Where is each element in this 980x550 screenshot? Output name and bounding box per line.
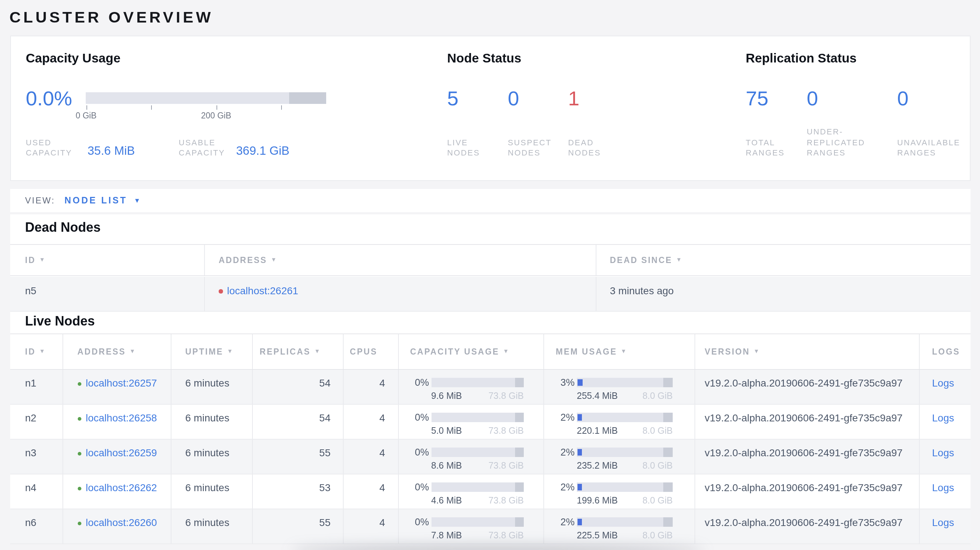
dead-since: 3 minutes ago [596, 277, 970, 311]
capacity-bar [86, 92, 326, 103]
capacity-usage-cell: 0% 4.6 MiB 73.8 GiB [398, 474, 543, 508]
node-cpus: 4 [343, 439, 398, 473]
suspect-nodes-count: 0 [508, 87, 519, 110]
capacity-total: 73.8 GiB [488, 495, 524, 506]
view-label: VIEW: [25, 196, 55, 206]
live-status-icon [77, 521, 81, 525]
column-header-dead-since[interactable]: DEAD SINCE▼ [596, 245, 970, 275]
view-selector[interactable]: NODE LIST [65, 196, 127, 206]
node-version: v19.2.0-alpha.20190606-2491-gfe735c9a97 [695, 404, 919, 439]
column-header-id[interactable]: ID▼ [10, 245, 204, 275]
mem-used: 225.5 MiB [577, 530, 618, 541]
node-cpus: 4 [343, 404, 398, 439]
axis-label-200: 200 GiB [187, 111, 245, 119]
node-address-cell: localhost:26262 [62, 474, 171, 508]
view-bar: VIEW: NODE LIST ▼ [10, 189, 970, 212]
node-uptime: 6 minutes [171, 369, 252, 404]
mem-percent: 2% [556, 447, 574, 458]
dead-nodes-heading: Dead Nodes [25, 220, 100, 235]
replication-status-title: Replication Status [746, 51, 971, 66]
capacity-usage-cell: 0% 7.8 MiB 73.8 GiB [398, 509, 543, 543]
capacity-used: 7.8 MiB [431, 530, 462, 541]
capacity-percent: 0% [410, 482, 429, 493]
used-capacity-label: USED CAPACITY [26, 137, 72, 158]
capacity-usage-title: Capacity Usage [26, 51, 433, 66]
column-header-mem-usage[interactable]: MEM USAGE▼ [543, 334, 695, 369]
below-fold-shadow [291, 546, 705, 550]
dead-nodes-count: 1 [568, 87, 579, 110]
usable-capacity-value: 369.1 GiB [236, 143, 290, 157]
logs-link[interactable]: Logs [932, 377, 954, 389]
under-replicated-label: UNDER- REPLICATED RANGES [807, 126, 865, 158]
capacity-percent: 0% [410, 447, 429, 458]
page-title: CLUSTER OVERVIEW [10, 9, 213, 27]
node-address-link[interactable]: localhost:26262 [86, 482, 157, 493]
column-header-capacity-usage[interactable]: CAPACITY USAGE▼ [398, 334, 543, 369]
usable-capacity-label: USABLE CAPACITY [179, 137, 225, 158]
axis-tick [151, 105, 152, 109]
live-nodes-header: ID▼ ADDRESS▼ UPTIME▼ REPLICAS▼ CPUS CAPA… [10, 333, 970, 369]
node-uptime: 6 minutes [171, 474, 252, 508]
column-header-address[interactable]: ADDRESS▼ [62, 334, 171, 369]
axis-tick [216, 105, 217, 109]
axis-tick [86, 105, 87, 109]
mem-usage-cell: 2% 220.1 MiB 8.0 GiB [543, 404, 695, 439]
mem-usage-bar [577, 483, 673, 492]
logs-cell: Logs [919, 509, 970, 543]
total-ranges-label: TOTAL RANGES [746, 137, 784, 158]
sort-arrow-icon: ▼ [39, 348, 46, 354]
dead-nodes-label: DEAD NODES [568, 137, 601, 158]
dead-status-icon [219, 289, 223, 293]
node-id: n3 [10, 439, 62, 473]
node-replicas: 53 [252, 474, 343, 508]
node-address-link[interactable]: localhost:26257 [86, 377, 157, 389]
logs-link[interactable]: Logs [932, 517, 954, 528]
node-address-link[interactable]: localhost:26260 [86, 517, 157, 528]
node-address-cell: localhost:26260 [62, 509, 171, 543]
node-address-link[interactable]: localhost:26259 [86, 447, 157, 458]
node-cpus: 4 [343, 369, 398, 404]
capacity-used: 8.6 MiB [431, 460, 462, 471]
live-status-icon [77, 451, 81, 456]
column-header-id[interactable]: ID▼ [10, 334, 62, 369]
node-status-title: Node Status [447, 51, 734, 66]
mem-percent: 2% [556, 482, 574, 493]
column-header-replicas[interactable]: REPLICAS▼ [252, 334, 343, 369]
logs-link[interactable]: Logs [932, 412, 954, 424]
column-header-address[interactable]: ADDRESS▼ [204, 245, 596, 275]
node-version: v19.2.0-alpha.20190606-2491-gfe735c9a97 [695, 369, 919, 404]
table-row: n3 localhost:26259 6 minutes 55 4 0% 8.6… [10, 439, 970, 474]
mem-total: 8.0 GiB [643, 425, 673, 436]
logs-cell: Logs [919, 369, 970, 404]
under-replicated-count: 0 [807, 87, 818, 110]
node-address-link[interactable]: localhost:26261 [227, 285, 298, 296]
node-replicas: 54 [252, 404, 343, 439]
column-header-version[interactable]: VERSION▼ [695, 334, 919, 369]
node-id: n5 [10, 277, 204, 311]
column-header-uptime[interactable]: UPTIME▼ [171, 334, 252, 369]
node-replicas: 54 [252, 369, 343, 404]
node-version: v19.2.0-alpha.20190606-2491-gfe735c9a97 [695, 474, 919, 508]
capacity-used: 5.0 MiB [431, 425, 462, 436]
node-address-cell: localhost:26261 [204, 277, 596, 311]
mem-used: 235.2 MiB [577, 460, 618, 471]
mem-usage-cell: 2% 199.6 MiB 8.0 GiB [543, 474, 695, 508]
logs-link[interactable]: Logs [932, 482, 954, 493]
node-address-link[interactable]: localhost:26258 [86, 412, 157, 424]
column-header-logs[interactable]: LOGS [919, 334, 970, 369]
node-uptime: 6 minutes [171, 439, 252, 473]
capacity-usage-bar [431, 518, 524, 527]
node-status-panel: Node Status 5 0 1 LIVE NODES SUSPECT NOD… [447, 51, 734, 158]
capacity-usage-bar [431, 378, 524, 387]
sort-arrow-icon: ▼ [754, 348, 760, 354]
axis-label-0: 0 GiB [57, 111, 115, 119]
sort-arrow-icon: ▼ [621, 348, 628, 354]
total-ranges-count: 75 [746, 87, 768, 110]
chevron-down-icon[interactable]: ▼ [134, 197, 141, 204]
live-nodes-rows: n1 localhost:26257 6 minutes 54 4 0% 9.6… [10, 369, 970, 544]
column-header-cpus[interactable]: CPUS [343, 334, 398, 369]
mem-used: 199.6 MiB [577, 495, 618, 506]
logs-link[interactable]: Logs [932, 447, 954, 458]
suspect-nodes-label: SUSPECT NODES [508, 137, 552, 158]
replication-status-panel: Replication Status 75 0 0 TOTAL RANGES U… [746, 51, 971, 158]
